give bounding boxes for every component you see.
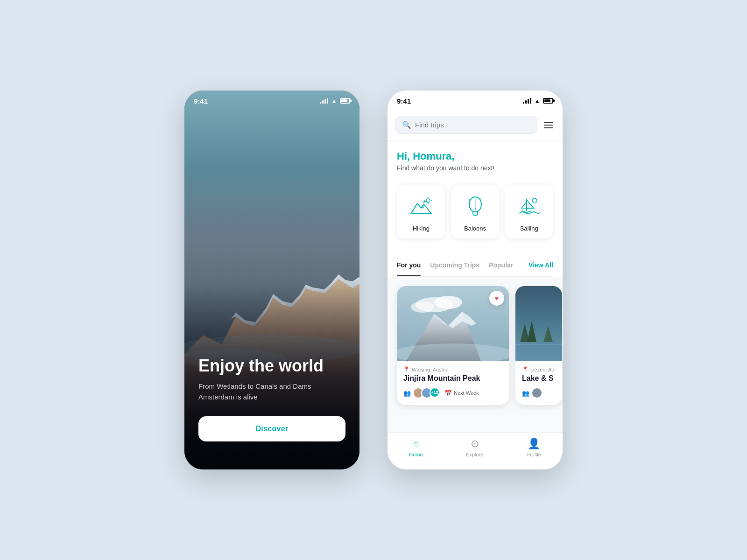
- home-status-time: 9:41: [397, 97, 411, 105]
- trip-image-0: ♥: [397, 286, 509, 361]
- tabs-row: For you Upcoming Trips Popular View All: [397, 259, 553, 271]
- search-icon: 🔍: [402, 120, 411, 129]
- svg-point-29: [397, 343, 509, 361]
- hiking-label: Hiking: [413, 225, 430, 232]
- splash-screen: 9:41 ▲: [184, 91, 359, 469]
- status-icons: ▲: [320, 98, 350, 105]
- greeting-section: Hi, Homura, Find what do you want to do …: [388, 141, 563, 179]
- categories-section: Hiking: [388, 179, 563, 248]
- home-battery-icon: [543, 98, 553, 104]
- hiking-icon-wrap: [408, 193, 434, 219]
- explore-nav-icon: ⊙: [471, 438, 479, 450]
- svg-point-22: [532, 198, 537, 203]
- trip-location-1: 📍 Liezen, Au: [522, 366, 556, 372]
- home-status-bar: 9:41 ▲: [388, 91, 563, 111]
- trips-section: ♥ 📍 Wiesing, Austria Jinjira Mountain Pe…: [388, 277, 563, 410]
- trip-location-text-1: Liezen, Au: [530, 367, 554, 372]
- category-baloons[interactable]: Baloons: [451, 185, 500, 238]
- pin-icon-0: 📍: [403, 366, 410, 372]
- home-scroll-area: Hi, Homura, Find what do you want to do …: [388, 141, 563, 447]
- hamburger-line-3: [544, 127, 553, 128]
- trip-card-0[interactable]: ♥ 📍 Wiesing, Austria Jinjira Mountain Pe…: [397, 286, 509, 405]
- home-status-icons: ▲: [523, 98, 553, 105]
- hamburger-button[interactable]: [542, 120, 555, 130]
- sailing-label: Sailing: [520, 225, 538, 232]
- date-group-0: 📅 Next Week: [444, 390, 479, 397]
- battery-icon: [340, 98, 350, 104]
- home-signal-icon: [523, 98, 531, 104]
- heart-button-0[interactable]: ♥: [489, 291, 504, 306]
- balloon-icon-wrap: [462, 193, 488, 219]
- home-screen: 9:41 ▲ 🔍 Hi, Homura, Find what do you wa…: [388, 91, 563, 469]
- trip-card-body-1: 📍 Liezen, Au Lake & S 👥: [515, 361, 562, 405]
- explore-nav-label: Explore: [466, 452, 483, 457]
- hamburger-line-1: [544, 122, 553, 123]
- sailing-icon-wrap: [516, 193, 542, 219]
- sailing-icon: [517, 194, 541, 218]
- svg-point-26: [411, 301, 434, 313]
- home-nav-icon: ⌂: [413, 438, 419, 450]
- avatar-stack-1: [531, 387, 543, 399]
- search-input[interactable]: [415, 121, 530, 129]
- tab-popular[interactable]: Popular: [489, 259, 513, 271]
- tabs-section: For you Upcoming Trips Popular View All: [388, 252, 563, 277]
- people-icon-1: 👥: [522, 390, 529, 397]
- profile-nav-icon: 👤: [528, 438, 540, 450]
- svg-point-25: [434, 296, 462, 309]
- nav-explore[interactable]: ⊙ Explore: [466, 438, 483, 457]
- trip-location-text-0: Wiesing, Austria: [412, 367, 449, 372]
- trip-lake-photo: [515, 286, 562, 361]
- trip-meta-1: 👥: [522, 387, 556, 399]
- home-nav-label: Home: [409, 452, 423, 457]
- tab-upcoming[interactable]: Upcoming Trips: [430, 259, 479, 271]
- tab-for-you[interactable]: For you: [397, 259, 421, 271]
- svg-point-19: [480, 198, 481, 200]
- avatar-3: [531, 387, 543, 399]
- status-bar: 9:41 ▲: [184, 91, 359, 111]
- trip-meta-0: 👥 +12 📅 Next Week: [403, 387, 502, 399]
- people-group-0: 👥 +12: [403, 387, 440, 399]
- people-icon-0: 👥: [403, 390, 411, 397]
- hamburger-line-2: [544, 125, 553, 126]
- trip-name-1: Lake & S: [522, 374, 556, 383]
- greeting-subtitle: Find what do you want to do next!: [397, 164, 553, 172]
- trip-image-1: [515, 286, 562, 361]
- nav-home[interactable]: ⌂ Home: [409, 438, 423, 457]
- search-input-wrap[interactable]: 🔍: [395, 116, 537, 134]
- splash-subtitle: From Wetlands to Canals and Dams Amsterd…: [198, 381, 345, 402]
- calendar-icon-0: 📅: [444, 390, 452, 397]
- bottom-navigation: ⌂ Home ⊙ Explore 👤 Profile: [388, 432, 563, 469]
- view-all-link[interactable]: View All: [529, 261, 553, 269]
- profile-nav-label: Profile: [527, 452, 541, 457]
- extra-count: +12: [430, 387, 440, 398]
- search-bar: 🔍: [388, 111, 563, 141]
- avatar-stack-0: +12: [413, 387, 440, 399]
- heart-icon-0: ♥: [495, 294, 499, 302]
- svg-point-20: [481, 204, 482, 205]
- trip-name-0: Jinjira Mountain Peak: [403, 374, 502, 383]
- splash-title: Enjoy the world: [198, 356, 345, 376]
- discover-button[interactable]: Discover: [198, 416, 345, 441]
- svg-marker-4: [411, 203, 431, 214]
- pin-icon-1: 📍: [522, 366, 529, 372]
- date-text-0: Next Week: [454, 390, 479, 396]
- greeting-name: Hi, Homura,: [397, 150, 553, 162]
- trip-card-1[interactable]: 📍 Liezen, Au Lake & S 👥: [515, 286, 562, 405]
- category-sailing[interactable]: Sailing: [505, 185, 553, 238]
- svg-rect-15: [473, 212, 478, 215]
- trip-location-0: 📍 Wiesing, Austria: [403, 366, 502, 372]
- svg-point-18: [469, 199, 471, 201]
- svg-rect-34: [515, 342, 562, 361]
- categories-row: Hiking: [397, 185, 553, 238]
- category-hiking[interactable]: Hiking: [397, 185, 445, 238]
- trip-card-body-0: 📍 Wiesing, Austria Jinjira Mountain Peak…: [397, 361, 509, 405]
- balloon-icon: [463, 194, 487, 218]
- splash-content: Enjoy the world From Wetlands to Canals …: [184, 356, 359, 469]
- wifi-icon: ▲: [331, 98, 337, 105]
- signal-icon: [320, 98, 328, 104]
- people-group-1: 👥: [522, 387, 543, 399]
- baloons-label: Baloons: [464, 225, 486, 232]
- svg-point-5: [426, 199, 430, 203]
- nav-profile[interactable]: 👤 Profile: [527, 438, 541, 457]
- hiking-icon: [409, 194, 433, 218]
